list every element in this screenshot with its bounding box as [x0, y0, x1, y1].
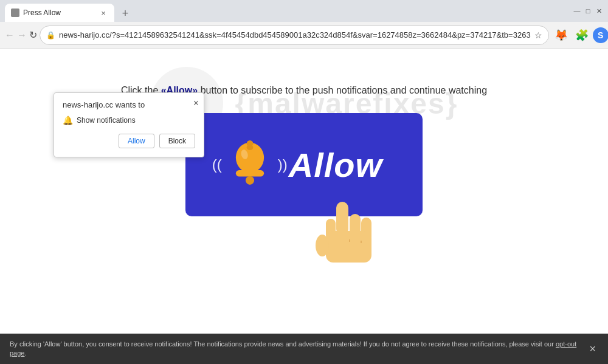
- window-controls: — □ ✕: [573, 7, 603, 15]
- close-tab-button[interactable]: ×: [98, 8, 108, 18]
- new-tab-button[interactable]: +: [117, 5, 134, 22]
- tab-favicon: [11, 9, 19, 17]
- allow-banner-button[interactable]: (( )) Allo: [185, 113, 423, 216]
- lock-icon: 🔒: [46, 31, 55, 39]
- profile-avatar[interactable]: S: [593, 27, 608, 43]
- popup-block-button[interactable]: Block: [159, 134, 195, 148]
- tab-title: Press Allow: [23, 9, 95, 17]
- address-bar[interactable]: 🔒 news-harijo.cc/?s=41214589632541241&ss…: [40, 26, 549, 45]
- svg-rect-6: [336, 202, 348, 235]
- back-button[interactable]: ←: [5, 26, 15, 45]
- svg-point-4: [246, 176, 254, 185]
- tab-strip: Press Allow × +: [5, 0, 568, 22]
- notification-popup: × news-harijo.cc wants to 🔔 Show notific…: [54, 92, 204, 157]
- toolbar: ← → ↻ 🔒 news-harijo.cc/?s=41214589632541…: [0, 22, 608, 49]
- cookie-text-content: By clicking 'Allow' button, you consent …: [10, 340, 556, 348]
- browser-tab[interactable]: Press Allow ×: [5, 4, 114, 22]
- instruction-suffix: button to subscribe to the push notifica…: [198, 85, 487, 95]
- cookie-text: By clicking 'Allow' button, you consent …: [10, 340, 581, 359]
- browser-frame: Press Allow × + — □ ✕ ← → ↻ 🔒 news-harij…: [0, 0, 608, 364]
- fox-extension-icon[interactable]: 🦊: [551, 26, 571, 45]
- svg-rect-10: [326, 231, 371, 263]
- close-window-button[interactable]: ✕: [595, 7, 603, 15]
- page-content: {malwarefixes} × news-harijo.cc wants to…: [0, 49, 608, 364]
- bell-icon: [226, 140, 274, 189]
- toolbar-right: 🦊 🧩 S ⋮: [551, 26, 608, 45]
- minimize-button[interactable]: —: [573, 7, 581, 15]
- extensions-area: 🦊 🧩: [551, 26, 592, 45]
- bell-container: (( )): [226, 140, 274, 189]
- svg-rect-1: [236, 170, 264, 177]
- svg-point-11: [316, 235, 329, 256]
- hand-pointer: [310, 202, 377, 283]
- popup-bell-icon: 🔔: [63, 115, 73, 125]
- wave-right-icon: )): [278, 156, 288, 173]
- svg-point-3: [246, 140, 253, 147]
- wave-left-icon: ((: [212, 156, 222, 173]
- popup-buttons: Allow Block: [63, 134, 195, 148]
- popup-title: news-harijo.cc wants to: [63, 100, 195, 109]
- title-bar: Press Allow × + — □ ✕: [0, 0, 608, 22]
- refresh-button[interactable]: ↻: [29, 26, 37, 45]
- maximize-button[interactable]: □: [584, 7, 592, 15]
- popup-notification-row: 🔔 Show notifications: [63, 115, 195, 125]
- cookie-bar: By clicking 'Allow' button, you consent …: [0, 334, 608, 364]
- url-text: news-harijo.cc/?s=41214589632541241&ssk=…: [59, 30, 531, 39]
- allow-text: Allow: [289, 145, 382, 185]
- cookie-close-button[interactable]: ×: [587, 340, 598, 358]
- popup-close-button[interactable]: ×: [193, 98, 199, 109]
- star-icon[interactable]: ☆: [534, 30, 542, 40]
- popup-row-label: Show notifications: [77, 116, 136, 125]
- puzzle-extension-icon[interactable]: 🧩: [572, 26, 592, 45]
- popup-allow-button[interactable]: Allow: [119, 134, 154, 148]
- forward-button[interactable]: →: [17, 26, 27, 45]
